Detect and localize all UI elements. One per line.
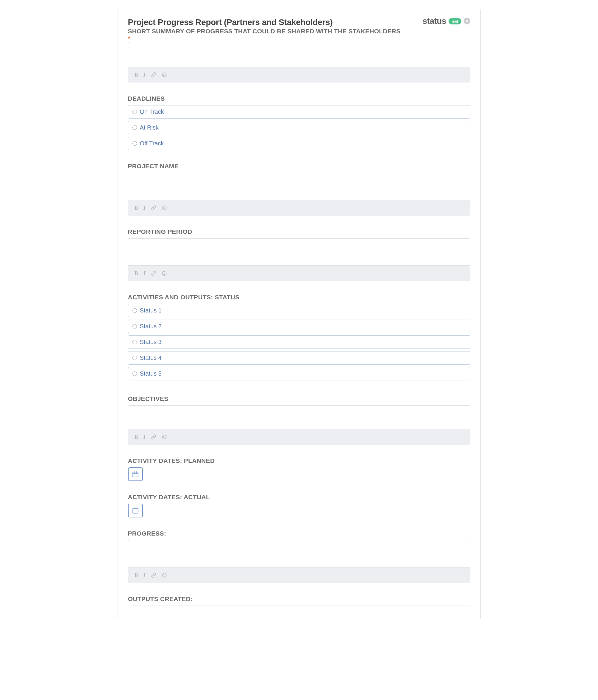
deadlines-option-on-track[interactable]: On Track <box>128 105 470 119</box>
progress-label: PROGRESS: <box>128 530 470 537</box>
progress-input[interactable] <box>128 540 470 568</box>
activity-planned-date-button[interactable] <box>128 467 143 481</box>
link-button[interactable] <box>151 205 156 210</box>
svg-point-16 <box>164 575 165 575</box>
objectives-label: OBJECTIVES <box>128 395 470 402</box>
logo: status net <box>423 16 470 26</box>
link-button[interactable] <box>151 271 156 276</box>
radio-icon <box>132 109 137 114</box>
emoji-icon <box>162 271 167 276</box>
summary-toolbar: B I <box>128 67 470 82</box>
link-icon <box>151 72 156 77</box>
svg-point-7 <box>163 273 164 273</box>
svg-point-10 <box>163 436 164 437</box>
activities-status-options: Status 1 Status 2 Status 3 Status 4 Stat… <box>128 304 470 380</box>
svg-point-3 <box>162 206 166 210</box>
outputs-created-input[interactable] <box>128 606 470 610</box>
svg-point-5 <box>164 207 165 208</box>
emoji-icon <box>162 434 167 440</box>
emoji-button[interactable] <box>162 271 167 276</box>
reporting-period-input[interactable] <box>128 238 470 266</box>
option-label: Status 1 <box>140 307 162 314</box>
emoji-button[interactable] <box>162 434 167 440</box>
emoji-button[interactable] <box>162 205 167 210</box>
radio-icon <box>132 340 137 344</box>
bold-button[interactable]: B <box>134 205 138 211</box>
option-label: Status 4 <box>140 354 162 361</box>
svg-rect-13 <box>133 508 138 513</box>
project-name-label: PROJECT NAME <box>128 162 470 170</box>
option-label: Status 2 <box>140 323 162 330</box>
italic-button[interactable]: I <box>144 205 146 211</box>
svg-point-1 <box>163 74 164 75</box>
link-icon <box>151 205 156 210</box>
option-label: Off Track <box>140 140 164 147</box>
link-button[interactable] <box>151 573 156 578</box>
svg-point-11 <box>164 436 165 437</box>
form-container: Project Progress Report (Partners and St… <box>118 9 481 619</box>
svg-point-15 <box>163 575 164 575</box>
objectives-input[interactable] <box>128 405 470 429</box>
summary-input[interactable] <box>128 42 470 67</box>
deadlines-option-at-risk[interactable]: At Risk <box>128 121 470 134</box>
project-name-input[interactable] <box>128 173 470 200</box>
bold-button[interactable]: B <box>134 434 138 440</box>
italic-button[interactable]: I <box>144 72 146 78</box>
reporting-period-label: REPORTING PERIOD <box>128 228 470 235</box>
link-button[interactable] <box>151 434 156 440</box>
activities-status-option-5[interactable]: Status 5 <box>128 367 470 380</box>
emoji-icon <box>162 72 167 77</box>
italic-button[interactable]: I <box>144 434 146 440</box>
activity-planned-label: ACTIVITY DATES: PLANNED <box>128 457 470 465</box>
radio-icon <box>132 125 137 130</box>
svg-point-8 <box>164 273 165 273</box>
close-button[interactable] <box>464 18 470 24</box>
activities-status-option-3[interactable]: Status 3 <box>128 335 470 349</box>
svg-point-0 <box>162 73 166 77</box>
progress-toolbar: B I <box>128 568 470 583</box>
option-label: Status 3 <box>140 339 162 346</box>
activities-status-label: ACTIVITIES AND OUTPUTS: STATUS <box>128 294 470 301</box>
required-mark: * <box>128 35 130 42</box>
summary-label: SHORT SUMMARY OF PROGRESS THAT COULD BE … <box>128 28 470 42</box>
project-name-toolbar: B I <box>128 200 470 216</box>
radio-icon <box>132 308 137 313</box>
emoji-button[interactable] <box>162 72 167 77</box>
activities-status-option-2[interactable]: Status 2 <box>128 320 470 333</box>
form-title: Project Progress Report (Partners and St… <box>128 18 333 27</box>
close-icon <box>466 20 469 23</box>
svg-point-4 <box>163 207 164 208</box>
bold-button[interactable]: B <box>134 271 138 277</box>
link-icon <box>151 573 156 578</box>
italic-button[interactable]: I <box>144 572 146 578</box>
svg-point-6 <box>162 271 166 276</box>
activity-actual-date-button[interactable] <box>128 504 143 518</box>
deadlines-option-off-track[interactable]: Off Track <box>128 137 470 150</box>
form-header: Project Progress Report (Partners and St… <box>128 18 470 27</box>
link-button[interactable] <box>151 72 156 77</box>
activities-status-option-4[interactable]: Status 4 <box>128 351 470 365</box>
calendar-icon <box>132 471 139 478</box>
summary-label-text: SHORT SUMMARY OF PROGRESS THAT COULD BE … <box>128 28 401 34</box>
radio-icon <box>132 371 137 376</box>
svg-point-9 <box>162 435 166 439</box>
bold-button[interactable]: B <box>134 572 138 578</box>
logo-badge: net <box>448 18 461 24</box>
emoji-icon <box>162 205 167 210</box>
activities-status-option-1[interactable]: Status 1 <box>128 304 470 317</box>
svg-rect-12 <box>133 472 138 477</box>
emoji-button[interactable] <box>162 573 167 578</box>
radio-icon <box>132 356 137 360</box>
logo-text: status <box>423 16 446 26</box>
svg-point-14 <box>162 573 166 577</box>
italic-button[interactable]: I <box>144 271 146 277</box>
radio-icon <box>132 324 137 329</box>
emoji-icon <box>162 573 167 578</box>
svg-point-2 <box>164 74 165 75</box>
deadlines-options: On Track At Risk Off Track <box>128 105 470 150</box>
bold-button[interactable]: B <box>134 72 138 78</box>
calendar-icon <box>132 507 139 514</box>
radio-icon <box>132 141 137 146</box>
objectives-toolbar: B I <box>128 429 470 445</box>
option-label: On Track <box>140 108 164 115</box>
